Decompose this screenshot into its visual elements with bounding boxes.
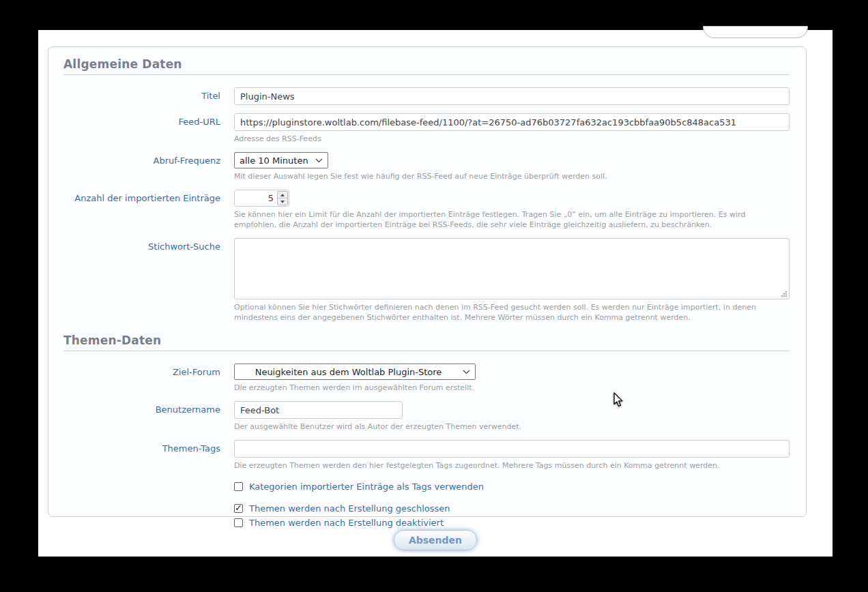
benutzername-input[interactable]	[234, 401, 403, 419]
anzahl-label: Anzahl der importierten Einträge	[63, 190, 220, 203]
mouse-cursor	[613, 392, 624, 409]
section-divider	[63, 74, 790, 75]
section-title-allgemeine-daten: Allgemeine Daten	[63, 57, 790, 71]
abruf-frequenz-help: Mit dieser Auswahl legen Sie fest wie hä…	[234, 171, 790, 181]
section-title-themen-daten: Themen-Daten	[63, 334, 790, 347]
form-row-anzahl: Anzahl der importierten Einträge 5	[63, 190, 790, 230]
form-row-themen-tags: Themen-Tags Die erzeugten Themen werden …	[63, 440, 790, 471]
form-row-abruf-frequenz: Abruf-Frequenz alle 10 Minuten Mit diese…	[63, 152, 790, 181]
kategorien-tags-checkbox[interactable]	[234, 482, 243, 491]
themen-geschlossen-checkbox-label[interactable]: Themen werden nach Erstellung geschlosse…	[249, 503, 450, 514]
kategorien-tags-checkbox-label[interactable]: Kategorien importierter Einträge als Tag…	[249, 482, 484, 492]
abruf-frequenz-label: Abruf-Frequenz	[63, 152, 220, 166]
feed-url-input[interactable]	[234, 113, 790, 131]
themen-tags-help: Die erzeugten Themen werden den hier fes…	[234, 460, 790, 471]
chevron-down-icon	[463, 370, 470, 374]
arrow-up-icon	[280, 194, 285, 196]
feed-url-label: Feed-URL	[63, 113, 220, 127]
form-row-stichwort: Stichwort-Suche Optional können Sie hier…	[63, 238, 790, 323]
anzahl-value: 5	[235, 190, 276, 206]
submit-button[interactable]: Absenden	[394, 530, 477, 550]
checkbox-row-kategorien-tags: Kategorien importierter Einträge als Tag…	[234, 482, 790, 492]
chevron-down-icon	[315, 158, 323, 163]
arrow-down-icon	[280, 201, 285, 203]
resize-grip-icon[interactable]	[781, 291, 787, 297]
themen-tags-input[interactable]	[234, 440, 790, 458]
ziel-forum-selected-value: Neuigkeiten aus dem Woltlab Plugin-Store	[240, 367, 457, 377]
titel-input[interactable]	[234, 87, 790, 105]
benutzername-label: Benutzername	[63, 401, 220, 415]
feed-form-container: Allgemeine Daten Titel Feed-URL Adresse …	[48, 46, 807, 517]
titel-label: Titel	[63, 87, 220, 101]
spinner-up-button[interactable]	[278, 192, 287, 198]
content-page: Allgemeine Daten Titel Feed-URL Adresse …	[38, 30, 833, 557]
section-themen-daten: Themen-Daten Ziel-Forum Neuigkeiten aus …	[63, 334, 790, 528]
themen-geschlossen-checkbox[interactable]	[234, 504, 243, 513]
anzahl-help: Sie können hier ein Limit für die Anzahl…	[234, 209, 790, 230]
spinner-down-button[interactable]	[278, 198, 287, 205]
form-row-titel: Titel	[63, 87, 790, 105]
checkbox-row-geschlossen: Themen werden nach Erstellung geschlosse…	[234, 503, 790, 514]
stichwort-textarea[interactable]	[235, 239, 789, 299]
themen-deaktiviert-checkbox-label[interactable]: Themen werden nach Erstellung deaktivier…	[249, 518, 444, 528]
form-row-ziel-forum: Ziel-Forum Neuigkeiten aus dem Woltlab P…	[63, 364, 790, 393]
feed-url-help: Adresse des RSS-Feeds	[234, 134, 790, 144]
form-row-benutzername: Benutzername Der ausgewählte Benutzer wi…	[63, 401, 790, 432]
ziel-forum-help: Die erzeugten Themen werden im ausgewähl…	[234, 383, 790, 393]
anzahl-number-input[interactable]: 5	[234, 190, 289, 207]
toolbar-button-partial[interactable]	[703, 26, 808, 38]
section-divider	[63, 351, 790, 351]
ziel-forum-label: Ziel-Forum	[63, 364, 220, 377]
checkbox-row-deaktiviert: Themen werden nach Erstellung deaktivier…	[234, 518, 790, 528]
number-spinner	[277, 191, 288, 205]
submit-area: Absenden	[38, 530, 833, 550]
themen-deaktiviert-checkbox[interactable]	[234, 518, 243, 527]
benutzername-help: Der ausgewählte Benutzer wird als Autor …	[234, 421, 790, 432]
abruf-frequenz-select[interactable]: alle 10 Minuten	[234, 152, 328, 168]
stichwort-label: Stichwort-Suche	[63, 238, 220, 252]
stichwort-help: Optional können Sie hier Stichwörter def…	[234, 302, 790, 323]
form-row-feed-url: Feed-URL Adresse des RSS-Feeds	[63, 113, 790, 144]
ziel-forum-select[interactable]: Neuigkeiten aus dem Woltlab Plugin-Store	[234, 364, 476, 380]
section-allgemeine-daten: Allgemeine Daten Titel Feed-URL Adresse …	[63, 57, 790, 323]
themen-tags-label: Themen-Tags	[63, 440, 220, 454]
abruf-frequenz-selected-value: alle 10 Minuten	[240, 156, 310, 166]
